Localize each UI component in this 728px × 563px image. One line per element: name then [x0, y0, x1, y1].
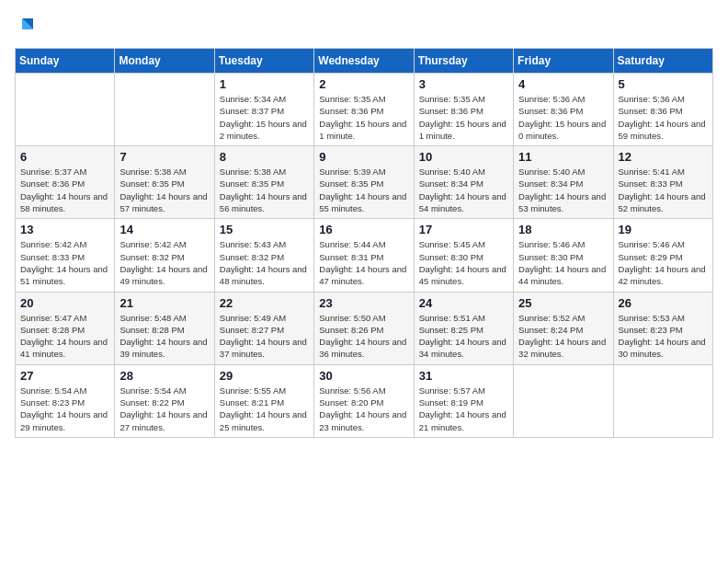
day-info: Sunrise: 5:40 AM Sunset: 8:34 PM Dayligh…	[419, 166, 508, 214]
day-info: Sunrise: 5:56 AM Sunset: 8:20 PM Dayligh…	[319, 385, 408, 433]
logo	[15, 15, 40, 37]
day-info: Sunrise: 5:37 AM Sunset: 8:36 PM Dayligh…	[20, 166, 109, 214]
day-info: Sunrise: 5:35 AM Sunset: 8:36 PM Dayligh…	[419, 93, 508, 142]
day-number: 20	[20, 296, 109, 310]
calendar-cell: 6Sunrise: 5:37 AM Sunset: 8:36 PM Daylig…	[16, 146, 115, 219]
day-info: Sunrise: 5:46 AM Sunset: 8:29 PM Dayligh…	[619, 238, 708, 287]
calendar-cell: 31Sunrise: 5:57 AM Sunset: 8:19 PM Dayli…	[414, 364, 513, 437]
calendar-cell: 3Sunrise: 5:35 AM Sunset: 8:36 PM Daylig…	[414, 74, 513, 146]
calendar-cell: 9Sunrise: 5:39 AM Sunset: 8:35 PM Daylig…	[314, 146, 414, 219]
day-number: 11	[518, 150, 608, 164]
day-number: 3	[419, 77, 508, 91]
calendar-cell: 4Sunrise: 5:36 AM Sunset: 8:36 PM Daylig…	[514, 74, 613, 146]
column-header-sunday: Sunday	[16, 49, 115, 74]
day-info: Sunrise: 5:43 AM Sunset: 8:32 PM Dayligh…	[220, 238, 309, 287]
calendar-cell: 13Sunrise: 5:42 AM Sunset: 8:33 PM Dayli…	[16, 219, 115, 292]
day-info: Sunrise: 5:55 AM Sunset: 8:21 PM Dayligh…	[220, 385, 309, 433]
calendar-cell: 27Sunrise: 5:54 AM Sunset: 8:23 PM Dayli…	[16, 364, 115, 437]
calendar-cell: 10Sunrise: 5:40 AM Sunset: 8:34 PM Dayli…	[414, 146, 513, 219]
column-header-thursday: Thursday	[414, 49, 513, 74]
calendar-cell: 1Sunrise: 5:34 AM Sunset: 8:37 PM Daylig…	[214, 74, 313, 146]
calendar-cell: 20Sunrise: 5:47 AM Sunset: 8:28 PM Dayli…	[16, 292, 115, 364]
calendar-cell: 8Sunrise: 5:38 AM Sunset: 8:35 PM Daylig…	[214, 146, 313, 219]
day-info: Sunrise: 5:52 AM Sunset: 8:24 PM Dayligh…	[518, 312, 608, 361]
logo-icon	[15, 15, 37, 37]
calendar-week-row: 20Sunrise: 5:47 AM Sunset: 8:28 PM Dayli…	[16, 292, 713, 364]
day-info: Sunrise: 5:40 AM Sunset: 8:34 PM Dayligh…	[518, 166, 608, 214]
calendar-cell: 5Sunrise: 5:36 AM Sunset: 8:36 PM Daylig…	[613, 74, 712, 146]
calendar-cell: 28Sunrise: 5:54 AM Sunset: 8:22 PM Dayli…	[115, 364, 214, 437]
calendar-cell: 2Sunrise: 5:35 AM Sunset: 8:36 PM Daylig…	[314, 74, 414, 146]
column-header-wednesday: Wednesday	[314, 49, 414, 74]
day-number: 31	[419, 369, 508, 383]
day-info: Sunrise: 5:42 AM Sunset: 8:32 PM Dayligh…	[119, 238, 209, 287]
calendar-cell: 18Sunrise: 5:46 AM Sunset: 8:30 PM Dayli…	[514, 219, 613, 292]
day-number: 27	[20, 369, 109, 383]
calendar-header-row: SundayMondayTuesdayWednesdayThursdayFrid…	[16, 49, 713, 74]
day-info: Sunrise: 5:57 AM Sunset: 8:19 PM Dayligh…	[419, 385, 508, 433]
day-number: 7	[119, 150, 209, 164]
day-number: 23	[319, 296, 408, 310]
day-info: Sunrise: 5:48 AM Sunset: 8:28 PM Dayligh…	[119, 312, 209, 361]
column-header-monday: Monday	[115, 49, 214, 74]
day-number: 15	[220, 223, 309, 236]
calendar-cell: 24Sunrise: 5:51 AM Sunset: 8:25 PM Dayli…	[414, 292, 513, 364]
calendar-cell: 25Sunrise: 5:52 AM Sunset: 8:24 PM Dayli…	[514, 292, 613, 364]
day-number: 19	[619, 223, 708, 236]
day-info: Sunrise: 5:54 AM Sunset: 8:23 PM Dayligh…	[20, 385, 109, 433]
day-info: Sunrise: 5:44 AM Sunset: 8:31 PM Dayligh…	[319, 238, 408, 287]
calendar-cell: 30Sunrise: 5:56 AM Sunset: 8:20 PM Dayli…	[314, 364, 414, 437]
day-number: 25	[518, 296, 608, 310]
day-number: 21	[119, 296, 209, 310]
day-number: 12	[619, 150, 708, 164]
day-info: Sunrise: 5:38 AM Sunset: 8:35 PM Dayligh…	[220, 166, 309, 214]
calendar-cell	[16, 74, 115, 146]
day-info: Sunrise: 5:36 AM Sunset: 8:36 PM Dayligh…	[518, 93, 608, 142]
day-number: 22	[220, 296, 309, 310]
day-info: Sunrise: 5:47 AM Sunset: 8:28 PM Dayligh…	[20, 312, 109, 361]
calendar-cell	[514, 364, 613, 437]
day-info: Sunrise: 5:50 AM Sunset: 8:26 PM Dayligh…	[319, 312, 408, 361]
calendar-cell: 19Sunrise: 5:46 AM Sunset: 8:29 PM Dayli…	[613, 219, 712, 292]
day-number: 8	[220, 150, 309, 164]
day-number: 30	[319, 369, 408, 383]
day-number: 26	[619, 296, 708, 310]
day-number: 5	[619, 77, 708, 91]
day-info: Sunrise: 5:49 AM Sunset: 8:27 PM Dayligh…	[220, 312, 309, 361]
calendar-cell: 26Sunrise: 5:53 AM Sunset: 8:23 PM Dayli…	[613, 292, 712, 364]
day-number: 18	[518, 223, 608, 236]
calendar-week-row: 27Sunrise: 5:54 AM Sunset: 8:23 PM Dayli…	[16, 364, 713, 437]
day-info: Sunrise: 5:36 AM Sunset: 8:36 PM Dayligh…	[619, 93, 708, 142]
calendar-table: SundayMondayTuesdayWednesdayThursdayFrid…	[15, 48, 713, 438]
calendar-week-row: 13Sunrise: 5:42 AM Sunset: 8:33 PM Dayli…	[16, 219, 713, 292]
day-number: 28	[119, 369, 209, 383]
page-header	[15, 15, 713, 37]
calendar-cell: 15Sunrise: 5:43 AM Sunset: 8:32 PM Dayli…	[214, 219, 313, 292]
day-info: Sunrise: 5:38 AM Sunset: 8:35 PM Dayligh…	[119, 166, 209, 214]
column-header-tuesday: Tuesday	[214, 49, 313, 74]
day-info: Sunrise: 5:51 AM Sunset: 8:25 PM Dayligh…	[419, 312, 508, 361]
day-number: 24	[419, 296, 508, 310]
day-number: 9	[319, 150, 408, 164]
day-number: 4	[518, 77, 608, 91]
day-info: Sunrise: 5:41 AM Sunset: 8:33 PM Dayligh…	[619, 166, 708, 214]
day-number: 29	[220, 369, 309, 383]
day-number: 1	[220, 77, 309, 91]
calendar-week-row: 6Sunrise: 5:37 AM Sunset: 8:36 PM Daylig…	[16, 146, 713, 219]
day-number: 13	[20, 223, 109, 236]
calendar-cell: 29Sunrise: 5:55 AM Sunset: 8:21 PM Dayli…	[214, 364, 313, 437]
column-header-saturday: Saturday	[613, 49, 712, 74]
day-number: 2	[319, 77, 408, 91]
day-number: 17	[419, 223, 508, 236]
calendar-cell: 11Sunrise: 5:40 AM Sunset: 8:34 PM Dayli…	[514, 146, 613, 219]
calendar-cell: 22Sunrise: 5:49 AM Sunset: 8:27 PM Dayli…	[214, 292, 313, 364]
calendar-cell: 16Sunrise: 5:44 AM Sunset: 8:31 PM Dayli…	[314, 219, 414, 292]
calendar-cell: 23Sunrise: 5:50 AM Sunset: 8:26 PM Dayli…	[314, 292, 414, 364]
calendar-cell: 7Sunrise: 5:38 AM Sunset: 8:35 PM Daylig…	[115, 146, 214, 219]
day-info: Sunrise: 5:35 AM Sunset: 8:36 PM Dayligh…	[319, 93, 408, 142]
calendar-cell: 12Sunrise: 5:41 AM Sunset: 8:33 PM Dayli…	[613, 146, 712, 219]
day-number: 10	[419, 150, 508, 164]
day-number: 16	[319, 223, 408, 236]
day-number: 6	[20, 150, 109, 164]
day-info: Sunrise: 5:46 AM Sunset: 8:30 PM Dayligh…	[518, 238, 608, 287]
